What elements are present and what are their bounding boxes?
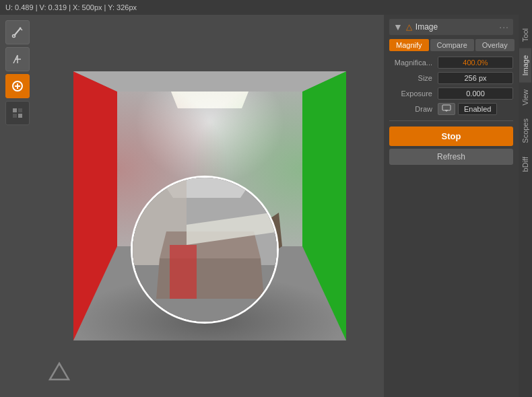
stop-button[interactable]: Stop: [389, 127, 513, 146]
draw-label: Draw: [389, 105, 438, 113]
left-toolbar: [0, 15, 35, 397]
divider: [389, 120, 513, 121]
side-tab-tool[interactable]: Tool: [519, 22, 531, 48]
section-title-group: ▼ △ Image: [393, 22, 438, 32]
svg-point-1: [13, 35, 15, 38]
magnification-value[interactable]: 400.0%: [438, 57, 513, 69]
svg-line-0: [14, 28, 21, 36]
section-title-label: Image: [415, 22, 438, 32]
magnify-tool[interactable]: [5, 74, 30, 98]
eyedropper-tool[interactable]: [5, 20, 30, 44]
size-label: Size: [389, 74, 438, 82]
draw-monitor-icon[interactable]: [438, 103, 455, 115]
exposure-label: Exposure: [389, 89, 438, 98]
main-render-area: [35, 15, 384, 397]
magnify-overlay: [131, 176, 279, 324]
refresh-button[interactable]: Refresh: [389, 149, 513, 165]
draw-row: Draw Enabled: [389, 103, 513, 115]
draw-enabled-value[interactable]: Enabled: [458, 103, 497, 115]
tab-magnify[interactable]: Magnify: [389, 39, 429, 51]
side-tab-bdiff[interactable]: bDiff: [519, 150, 531, 178]
svg-rect-9: [13, 114, 17, 118]
svg-rect-7: [13, 108, 17, 112]
image-section-header: ▼ △ Image ···: [389, 19, 513, 35]
section-expand-icon[interactable]: ▼: [393, 22, 403, 32]
coordinates-display: U: 0.489 | V: 0.319 | X: 500px | Y: 326p…: [5, 3, 137, 11]
size-row: Size 256 px: [389, 72, 513, 84]
tab-overlay[interactable]: Overlay: [475, 39, 514, 51]
magnification-label: Magnifica...: [389, 59, 438, 67]
section-options-dots[interactable]: ···: [499, 22, 509, 32]
image-tabs: Magnify Compare Overlay: [389, 39, 513, 51]
tab-compare[interactable]: Compare: [430, 39, 474, 51]
svg-rect-8: [18, 108, 22, 112]
svg-marker-16: [73, 71, 346, 92]
section-triangle-icon: △: [406, 22, 412, 32]
sample-tool[interactable]: [5, 47, 30, 71]
draw-controls: Enabled: [438, 103, 513, 115]
panel-content: ▼ △ Image ··· Magnify Compare Overlay Ma…: [384, 15, 532, 397]
svg-rect-34: [170, 245, 197, 299]
svg-rect-38: [442, 105, 451, 110]
svg-rect-10: [18, 114, 22, 118]
checker-tool[interactable]: [5, 101, 30, 125]
side-tab-scopes[interactable]: Scopes: [519, 112, 531, 150]
status-bar: U: 0.489 | V: 0.319 | X: 500px | Y: 326p…: [0, 0, 532, 15]
blender-logo: [46, 359, 73, 386]
size-value[interactable]: 256 px: [438, 72, 513, 84]
right-panel: ▼ △ Image ··· Magnify Compare Overlay Ma…: [384, 15, 532, 397]
render-canvas[interactable]: [73, 71, 346, 340]
side-tabs: Tool Image View Scopes bDiff: [519, 15, 532, 397]
exposure-value[interactable]: 0.000: [438, 87, 513, 100]
exposure-row: Exposure 0.000: [389, 87, 513, 100]
svg-marker-37: [50, 363, 69, 380]
magnification-row: Magnifica... 400.0%: [389, 57, 513, 69]
side-tab-view[interactable]: View: [519, 83, 531, 112]
side-tab-image[interactable]: Image: [519, 48, 531, 83]
